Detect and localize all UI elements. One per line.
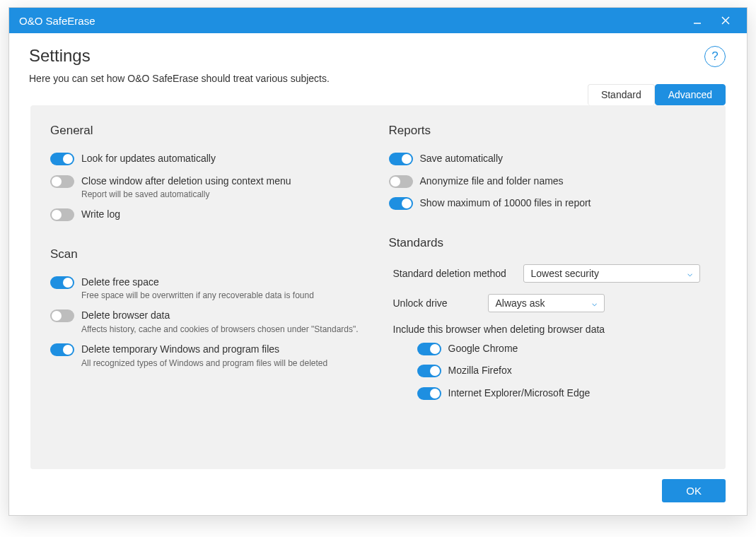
row-browser-data: Delete browser data Affects history, cac… [50, 309, 368, 334]
label-chrome: Google Chrome [448, 342, 518, 356]
row-close-after: Close window after deletion using contex… [50, 175, 368, 200]
section-title-reports: Reports [389, 124, 706, 138]
app-window: O&O SafeErase Settings Here you can set … [8, 7, 748, 516]
combo-deletion-method-value: Lowest security [531, 268, 599, 279]
label-firefox: Mozilla Firefox [448, 364, 512, 378]
label-close-after: Close window after deletion using contex… [81, 175, 291, 189]
window-title: O&O SafeErase [19, 15, 683, 27]
label-updates: Look for updates automatically [81, 152, 216, 166]
right-column: Reports Save automatically Anonymize fil… [389, 124, 706, 455]
row-updates: Look for updates automatically [50, 152, 368, 166]
section-title-general: General [50, 124, 368, 138]
toggle-firefox[interactable] [417, 365, 441, 377]
section-reports: Reports Save automatically Anonymize fil… [389, 124, 706, 211]
header: Settings Here you can set how O&O SafeEr… [9, 33, 747, 88]
combo-unlock-drive[interactable]: Always ask ⌵ [488, 294, 605, 312]
row-edge: Internet Explorer/Microsoft Edge [417, 386, 706, 401]
toggle-temp-files[interactable] [50, 343, 74, 356]
label-write-log: Write log [81, 208, 120, 222]
section-scan: Scan Delete free space Free space will b… [50, 247, 368, 368]
close-button[interactable] [711, 8, 740, 33]
hint-free-space: Free space will be overwritten if any re… [81, 290, 314, 300]
row-max-files: Show maximum of 10000 files in report [389, 196, 706, 211]
label-unlock-drive: Unlock drive [393, 297, 478, 309]
toggle-browser-data[interactable] [50, 309, 74, 322]
row-save-auto: Save automatically [389, 152, 706, 166]
label-max-files: Show maximum of 10000 files in report [420, 196, 591, 211]
combo-unlock-drive-value: Always ask [496, 297, 545, 309]
toggle-write-log[interactable] [50, 208, 74, 221]
page-title: Settings [29, 46, 727, 66]
titlebar: O&O SafeErase [9, 8, 747, 33]
section-general: General Look for updates automatically C… [50, 124, 368, 222]
label-include-browser: Include this browser when deleting brows… [389, 324, 706, 335]
toggle-max-files[interactable] [389, 197, 413, 210]
row-chrome: Google Chrome [417, 342, 706, 356]
left-column: General Look for updates automatically C… [50, 124, 368, 455]
toggle-save-auto[interactable] [389, 153, 413, 165]
browser-list: Google Chrome Mozilla Firefox Internet E… [389, 342, 706, 401]
settings-panel: General Look for updates automatically C… [30, 105, 726, 469]
row-deletion-method: Standard deletion method Lowest security… [389, 264, 706, 283]
toggle-close-after[interactable] [50, 175, 74, 188]
page-subtitle: Here you can set how O&O SafeErase shoul… [29, 73, 727, 84]
help-button[interactable]: ? [704, 46, 726, 67]
section-title-scan: Scan [50, 247, 368, 261]
section-standards: Standards Standard deletion method Lowes… [389, 236, 706, 401]
hint-close-after: Report will be saved automatically [81, 189, 291, 199]
minimize-button[interactable] [683, 8, 711, 33]
label-temp-files: Delete temporary Windows and program fil… [81, 343, 327, 357]
row-write-log: Write log [50, 208, 368, 222]
chevron-down-icon: ⌵ [592, 298, 597, 308]
section-title-standards: Standards [389, 236, 706, 250]
toggle-free-space[interactable] [50, 276, 74, 289]
combo-deletion-method[interactable]: Lowest security ⌵ [523, 264, 700, 283]
hint-temp-files: All recognized types of Windows and prog… [81, 358, 327, 368]
toggle-edge[interactable] [417, 387, 441, 400]
minimize-icon [693, 16, 702, 25]
chevron-down-icon: ⌵ [687, 268, 692, 278]
label-save-auto: Save automatically [420, 152, 504, 166]
toggle-chrome[interactable] [417, 343, 441, 355]
row-firefox: Mozilla Firefox [417, 364, 706, 378]
toggle-anonymize[interactable] [389, 175, 413, 188]
row-free-space: Delete free space Free space will be ove… [50, 276, 368, 301]
label-browser-data: Delete browser data [81, 309, 359, 323]
close-icon [721, 16, 730, 25]
toggle-updates[interactable] [50, 153, 74, 165]
row-unlock-drive: Unlock drive Always ask ⌵ [389, 294, 706, 312]
label-deletion-method: Standard deletion method [393, 268, 513, 279]
label-edge: Internet Explorer/Microsoft Edge [448, 386, 591, 401]
help-icon: ? [711, 49, 718, 64]
row-temp-files: Delete temporary Windows and program fil… [50, 343, 368, 368]
row-anonymize: Anonymize file and folder names [389, 175, 706, 189]
label-anonymize: Anonymize file and folder names [420, 175, 564, 189]
footer: OK [9, 469, 747, 515]
label-free-space: Delete free space [81, 276, 314, 290]
hint-browser-data: Affects history, cache and cookies of br… [81, 324, 359, 334]
ok-button[interactable]: OK [662, 479, 726, 502]
